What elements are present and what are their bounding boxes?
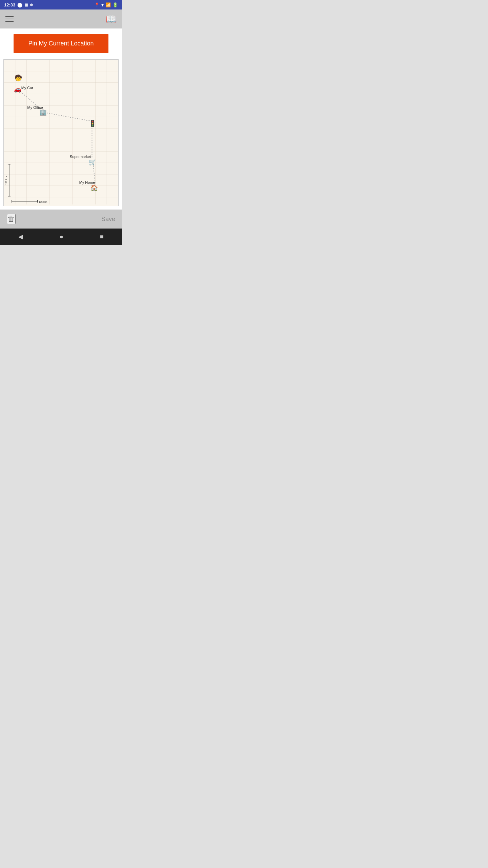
map-container[interactable]: 🧒 🚗 My Car 🏢 My Office 🚦 🛒 Supermarket 🏠… xyxy=(3,59,119,206)
data-icon: ⊕ xyxy=(30,3,33,7)
svg-text:🏠: 🏠 xyxy=(90,184,98,192)
location-icon: 📍 xyxy=(94,2,100,7)
sim-icon: ▦ xyxy=(24,3,28,7)
svg-text:🛒: 🛒 xyxy=(89,158,97,166)
svg-text:🏢: 🏢 xyxy=(39,108,47,116)
wifi-icon: ▾ xyxy=(101,2,104,7)
svg-text:🚗: 🚗 xyxy=(14,85,22,93)
circle-icon: ⬤ xyxy=(17,2,22,7)
home-button[interactable]: ● xyxy=(53,231,70,243)
signal-icon: 📶 xyxy=(105,2,111,7)
back-button[interactable]: ◀ xyxy=(12,230,30,243)
book-icon: 📖 xyxy=(106,14,117,24)
main-content: Pin My Current Location xyxy=(0,28,122,210)
svg-text:My Home: My Home xyxy=(79,180,95,184)
recent-button[interactable]: ■ xyxy=(93,231,110,243)
svg-text:🚦: 🚦 xyxy=(89,120,97,127)
svg-text:Supermarket: Supermarket xyxy=(70,155,91,159)
svg-text:My Car: My Car xyxy=(21,86,34,90)
status-right: 📍 ▾ 📶 🔋 xyxy=(94,2,118,7)
menu-button[interactable] xyxy=(5,16,14,22)
hamburger-line-3 xyxy=(5,21,14,22)
hamburger-line-2 xyxy=(5,19,14,20)
app-bar: 📖 xyxy=(0,9,122,28)
time-display: 12:33 xyxy=(4,2,15,7)
nav-bar: ◀ ● ■ xyxy=(0,229,122,245)
status-bar: 12:33 ⬤ ▦ ⊕ 📍 ▾ 📶 🔋 xyxy=(0,0,122,9)
save-button[interactable]: Save xyxy=(101,216,115,223)
hamburger-line-1 xyxy=(5,16,14,17)
status-left: 12:33 ⬤ ▦ ⊕ xyxy=(4,2,33,7)
trash-button[interactable]: 🗑 xyxy=(7,214,16,224)
svg-text:My Office: My Office xyxy=(27,105,43,110)
map-svg: 🧒 🚗 My Car 🏢 My Office 🚦 🛒 Supermarket 🏠… xyxy=(4,60,118,204)
svg-text:139.7 m: 139.7 m xyxy=(5,176,7,185)
pin-location-button[interactable]: Pin My Current Location xyxy=(14,34,108,53)
svg-text:🧒: 🧒 xyxy=(15,74,22,82)
svg-text:135.8 m: 135.8 m xyxy=(39,201,47,203)
battery-icon: 🔋 xyxy=(113,2,118,7)
bottom-bar: 🗑 Save xyxy=(0,210,122,229)
